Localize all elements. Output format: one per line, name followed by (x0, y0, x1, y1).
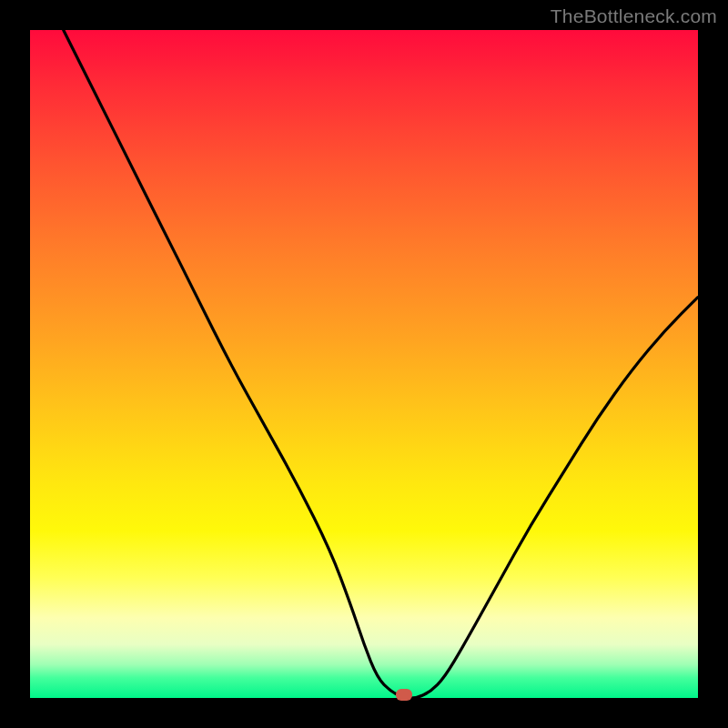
bottleneck-curve (64, 30, 698, 698)
curve-layer (30, 30, 698, 698)
min-marker (396, 689, 412, 701)
chart-frame: TheBottleneck.com (0, 0, 728, 728)
watermark-label: TheBottleneck.com (551, 5, 717, 27)
plot-area (30, 30, 698, 698)
